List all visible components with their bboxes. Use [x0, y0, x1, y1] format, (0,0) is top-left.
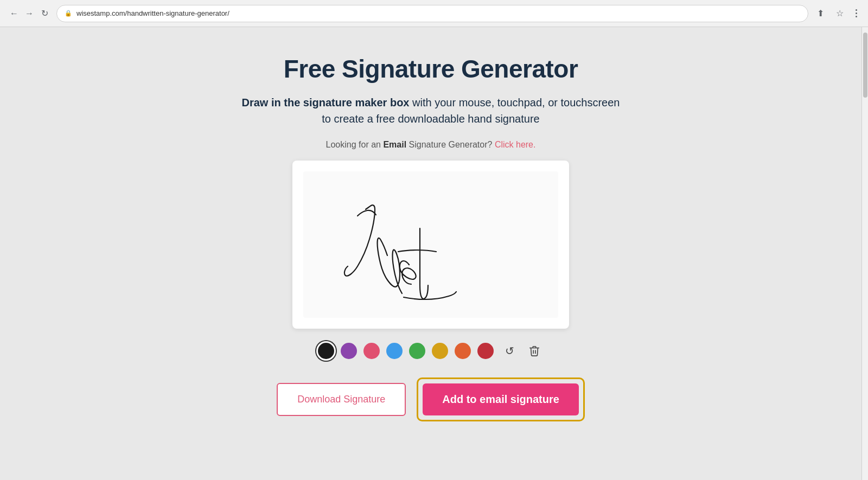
color-purple[interactable] — [341, 343, 357, 359]
clear-button[interactable] — [525, 342, 544, 360]
add-email-signature-button[interactable]: Add to email signature — [423, 383, 579, 415]
color-pink[interactable] — [363, 343, 380, 359]
color-blue[interactable] — [386, 343, 403, 359]
download-signature-button[interactable]: Download Signature — [277, 383, 406, 416]
email-link-cta[interactable]: Click here. — [495, 140, 536, 149]
add-email-wrapper: Add to email signature — [417, 377, 585, 421]
address-bar[interactable]: 🔒 wisestamp.com/handwritten-signature-ge… — [56, 5, 808, 22]
signature-drawing — [303, 171, 558, 318]
browser-actions: ⬆ ☆ — [815, 6, 859, 21]
signature-canvas[interactable] — [303, 171, 558, 318]
back-button[interactable]: ← — [9, 8, 20, 19]
browser-chrome: ← → ↻ 🔒 wisestamp.com/handwritten-signat… — [0, 0, 868, 27]
email-link-bold: Email — [383, 140, 406, 149]
url-text: wisestamp.com/handwritten-signature-gene… — [76, 9, 229, 17]
email-link-prefix: Looking for an — [326, 140, 384, 149]
page-title: Free Signature Generator — [284, 54, 578, 84]
color-orange[interactable] — [455, 343, 471, 359]
color-yellow[interactable] — [432, 343, 448, 359]
signature-canvas-wrapper — [292, 161, 569, 329]
scrollbar[interactable] — [861, 27, 868, 480]
scrollbar-thumb[interactable] — [863, 33, 867, 98]
reload-button[interactable]: ↻ — [39, 8, 50, 19]
color-green[interactable] — [409, 343, 425, 359]
color-picker-row: ↺ — [318, 342, 544, 360]
forward-button[interactable]: → — [24, 8, 35, 19]
subtitle-bold: Draw in the signature maker box — [242, 97, 410, 108]
undo-button[interactable]: ↺ — [500, 342, 519, 360]
email-link-text: Looking for an Email Signature Generator… — [326, 140, 536, 150]
color-red[interactable] — [477, 343, 494, 359]
page-subtitle: Draw in the signature maker box with you… — [241, 94, 621, 127]
browser-menu[interactable] — [853, 7, 859, 20]
nav-buttons: ← → ↻ — [9, 8, 50, 19]
lock-icon: 🔒 — [65, 10, 72, 17]
share-icon[interactable]: ⬆ — [815, 6, 826, 21]
bookmark-icon[interactable]: ☆ — [834, 6, 846, 21]
action-buttons: Download Signature Add to email signatur… — [277, 377, 585, 421]
main-content: Free Signature Generator Draw in the sig… — [0, 27, 861, 480]
email-link-suffix: Signature Generator? — [409, 140, 493, 149]
color-black[interactable] — [318, 343, 334, 359]
